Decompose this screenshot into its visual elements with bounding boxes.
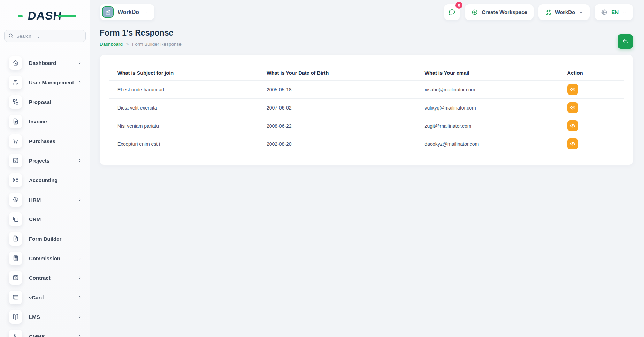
workspace-menu-button[interactable]: WorkDo bbox=[538, 4, 590, 20]
table-row: Excepturi enim est i 2002-08-20 dacokyz@… bbox=[109, 135, 624, 153]
chevron-down-icon bbox=[622, 10, 627, 15]
chevron-right-icon bbox=[77, 60, 82, 65]
sidebar-item-projects[interactable]: Projects bbox=[0, 151, 90, 170]
sidebar-item-label: LMS bbox=[29, 314, 77, 320]
sidebar-item-purchases[interactable]: Purchases bbox=[0, 131, 90, 151]
view-response-button[interactable] bbox=[567, 84, 578, 95]
cell-dob: 2002-08-20 bbox=[267, 135, 424, 153]
cell-subject: Excepturi enim est i bbox=[109, 135, 267, 153]
chevron-right-icon bbox=[77, 256, 82, 261]
create-workspace-button[interactable]: Create Workspace bbox=[465, 4, 534, 20]
eye-icon bbox=[570, 87, 576, 92]
sidebar-item-label: Dashboard bbox=[29, 60, 77, 66]
proposal-icon bbox=[9, 95, 22, 109]
sidebar: DASH Dashboard User Management Proposal … bbox=[0, 0, 90, 337]
topbar-actions: 0 Create Workspace WorkDo EN bbox=[444, 4, 633, 20]
book-icon bbox=[9, 310, 22, 324]
sidebar-item-commission[interactable]: Commission bbox=[0, 248, 90, 268]
chevron-right-icon bbox=[77, 275, 82, 280]
cell-subject: Dicta velit exercita bbox=[109, 99, 267, 117]
home-icon bbox=[9, 56, 22, 70]
sidebar-item-label: Accounting bbox=[29, 177, 77, 183]
workspace-avatar-building-icon bbox=[102, 6, 114, 18]
eye-icon bbox=[570, 123, 576, 129]
sidebar-item-accounting[interactable]: Accounting bbox=[0, 170, 90, 190]
sidebar-item-label: Invoice bbox=[29, 119, 77, 125]
sidebar-item-cmms[interactable]: CMMS bbox=[0, 327, 90, 337]
sidebar-item-vcard[interactable]: vCard bbox=[0, 287, 90, 307]
logo-text: DASH bbox=[27, 9, 63, 22]
workspace-menu-label: WorkDo bbox=[555, 9, 575, 15]
sidebar-item-label: CMMS bbox=[29, 334, 77, 337]
logo-accent-bar bbox=[58, 15, 76, 17]
chevron-right-icon bbox=[77, 314, 82, 319]
check-square-icon bbox=[9, 154, 22, 167]
chevron-right-icon bbox=[77, 334, 82, 337]
cell-action bbox=[567, 135, 624, 153]
document-icon bbox=[9, 232, 22, 246]
sidebar-nav: Dashboard User Management Proposal Invoi… bbox=[0, 48, 90, 337]
column-header-action: Action bbox=[567, 65, 624, 81]
chevron-down-icon bbox=[143, 10, 148, 15]
sidebar-item-user-management[interactable]: User Management bbox=[0, 73, 90, 92]
language-selector[interactable]: EN bbox=[595, 4, 633, 20]
view-response-button[interactable] bbox=[567, 102, 578, 113]
chevron-right-icon bbox=[77, 80, 82, 85]
workspace-switcher[interactable]: WorkDo bbox=[100, 4, 154, 20]
calculator-icon bbox=[9, 252, 22, 265]
chevron-right-icon bbox=[77, 197, 82, 202]
cell-action bbox=[567, 81, 624, 99]
responses-table: What is Subject for join What is Your Da… bbox=[109, 65, 624, 153]
back-arrow-icon bbox=[622, 38, 629, 45]
users-icon bbox=[9, 76, 22, 89]
cell-subject: Nisi veniam pariatu bbox=[109, 117, 267, 135]
sidebar-item-label: Proposal bbox=[29, 99, 77, 105]
sidebar-item-contract[interactable]: Contract bbox=[0, 268, 90, 287]
cell-dob: 2007-06-02 bbox=[267, 99, 424, 117]
sidebar-item-form-builder[interactable]: Form Builder bbox=[0, 229, 90, 248]
chevron-right-icon bbox=[77, 158, 82, 163]
breadcrumb: Dashboard > Form Builder Response bbox=[100, 42, 633, 47]
page-title: Form 1's Response bbox=[100, 28, 633, 38]
sidebar-search bbox=[4, 30, 86, 42]
main-area: WorkDo 0 Create Workspace WorkDo bbox=[90, 0, 644, 165]
logo-accent-dot bbox=[18, 15, 23, 17]
sidebar-item-dashboard[interactable]: Dashboard bbox=[0, 53, 90, 73]
plus-circle-icon bbox=[471, 9, 478, 16]
sidebar-item-label: CRM bbox=[29, 216, 77, 222]
column-header-subject: What is Subject for join bbox=[109, 65, 267, 81]
cell-subject: Et est unde harum ad bbox=[109, 81, 267, 99]
page-header: Form 1's Response Dashboard > Form Build… bbox=[100, 28, 633, 47]
chat-icon bbox=[448, 8, 456, 16]
view-response-button[interactable] bbox=[567, 120, 578, 131]
chevron-down-icon bbox=[578, 10, 583, 15]
column-header-dob: What is Your Date of Birth bbox=[267, 65, 424, 81]
messages-button[interactable]: 0 bbox=[444, 4, 460, 20]
sidebar-item-lms[interactable]: LMS bbox=[0, 307, 90, 327]
language-label: EN bbox=[611, 9, 619, 15]
sidebar-item-invoice[interactable]: Invoice bbox=[0, 112, 90, 131]
cell-action bbox=[567, 99, 624, 117]
table-row: Nisi veniam pariatu 2008-06-22 zugit@mai… bbox=[109, 117, 624, 135]
sidebar-item-hrm[interactable]: HRM bbox=[0, 190, 90, 209]
back-button[interactable] bbox=[618, 34, 633, 49]
invoice-icon bbox=[9, 115, 22, 128]
sidebar-item-label: HRM bbox=[29, 197, 77, 203]
cell-email: zugit@mailinator.com bbox=[424, 117, 567, 135]
sidebar-item-proposal[interactable]: Proposal bbox=[0, 92, 90, 112]
card-icon bbox=[9, 291, 22, 304]
messages-badge: 0 bbox=[455, 2, 462, 9]
nodes-icon bbox=[9, 330, 22, 337]
grid-plus-icon bbox=[9, 173, 22, 187]
sidebar-item-label: Contract bbox=[29, 275, 77, 281]
table-row: Et est unde harum ad 2005-05-18 xisubu@m… bbox=[109, 81, 624, 99]
sidebar-item-crm[interactable]: CRM bbox=[0, 209, 90, 229]
breadcrumb-link-dashboard[interactable]: Dashboard bbox=[100, 42, 123, 47]
create-workspace-label: Create Workspace bbox=[482, 9, 527, 15]
cell-email: dacokyz@mailinator.com bbox=[424, 135, 567, 153]
view-response-button[interactable] bbox=[567, 138, 578, 149]
app-logo[interactable]: DASH bbox=[6, 8, 84, 23]
sidebar-item-label: Commission bbox=[29, 255, 77, 261]
cell-email: vulixyq@mailinator.com bbox=[424, 99, 567, 117]
search-input[interactable] bbox=[4, 30, 86, 42]
